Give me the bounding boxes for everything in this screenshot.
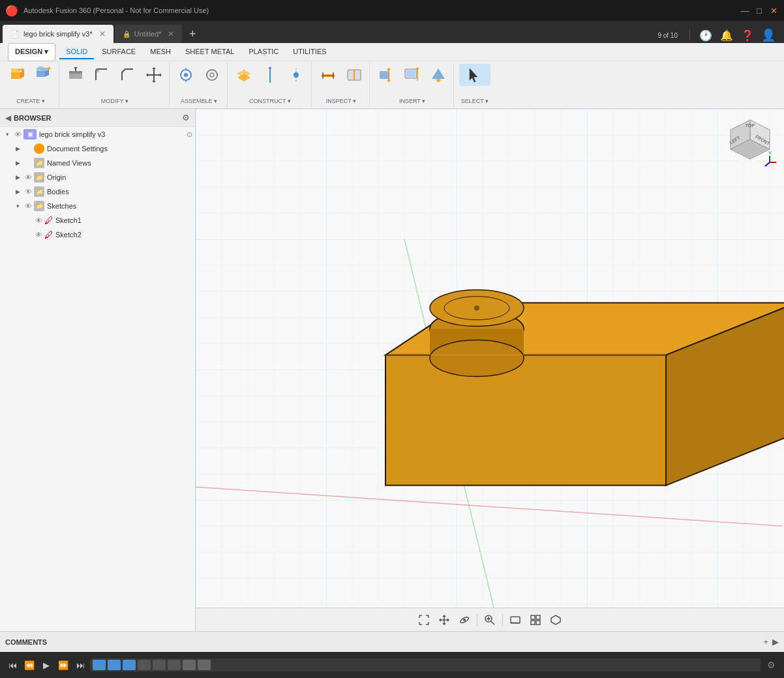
tab-solid[interactable]: SOLID [59,45,94,59]
tab-close-lego[interactable]: ✕ [99,29,106,38]
eye-sketch2[interactable]: 👁 [33,231,44,239]
select-button[interactable] [459,64,490,86]
eye-root[interactable]: 👁 [12,130,23,138]
fillet-button[interactable] [89,64,114,86]
chamfer-button[interactable] [115,64,140,86]
tl-end-button[interactable]: ⏭ [73,658,87,672]
svg-point-80 [463,619,466,621]
create-component-button[interactable] [31,64,56,86]
sketch2-icon: 🖊 [44,229,53,240]
tab-mesh[interactable]: MESH [143,45,177,59]
timeline-settings-button[interactable]: ⚙ [763,657,779,673]
design-button[interactable]: DESIGN ▾ [8,43,55,61]
tree-item-named-views[interactable]: ▶ 📁 Named Views [0,156,195,170]
axis-button[interactable] [258,64,282,86]
new-tab-button[interactable]: + [183,25,202,43]
joint2-button[interactable] [200,64,224,86]
tab-plastic[interactable]: PLASTIC [242,45,285,59]
insert-canvas-button[interactable] [400,64,425,86]
move-icon [145,66,163,84]
lego-brick [353,237,784,532]
view-cube-button[interactable] [547,611,565,629]
svg-rect-47 [406,70,415,77]
tab-untitled[interactable]: 🔒 Untitled* ✕ [115,25,183,43]
tab-utilities[interactable]: UTILITIES [286,45,333,59]
tab-surface[interactable]: SURFACE [95,45,142,59]
tab-sheet-metal[interactable]: SHEET METAL [179,45,241,59]
browser-settings-icon[interactable]: ⚙ [182,113,190,123]
joint-button[interactable] [173,64,198,86]
bell-icon[interactable]: 🔔 [719,27,734,43]
tl-forward-button[interactable]: ⏩ [56,658,70,672]
tl-play-button[interactable]: ▶ [39,658,53,672]
svg-rect-89 [531,621,535,625]
section-button[interactable] [342,64,367,86]
timeline-track[interactable] [90,658,761,671]
eye-sketch1[interactable]: 👁 [33,216,44,224]
tree-item-sketches[interactable]: ▾ 👁 📁 Sketches [0,199,195,213]
svg-rect-88 [536,615,540,619]
point-button[interactable] [284,64,309,86]
tl-marker-4[interactable] [138,660,151,670]
tree-item-root[interactable]: ▾ 👁 ▣ lego brick simplify v3 ⊙ [0,127,195,141]
offset-plane-button[interactable] [232,64,256,86]
insert-mesh-icon [377,66,395,84]
create-extrude-button[interactable] [5,64,30,86]
eye-sketches[interactable]: 👁 [22,202,34,210]
orbit-button[interactable] [455,611,474,629]
svg-text:Y: Y [768,150,772,156]
user-icon[interactable]: 👤 [761,27,776,43]
tl-marker-5[interactable] [153,660,166,670]
measure-button[interactable] [316,64,340,86]
tree-gear-root[interactable]: ⊙ [187,130,192,139]
svg-marker-10 [48,66,51,70]
display-settings-button[interactable] [506,611,524,629]
tree-item-sketch2[interactable]: 👁 🖊 Sketch2 [0,228,195,242]
close-button[interactable]: ✕ [768,5,779,16]
insert-decal-button[interactable] [426,64,451,86]
press-pull-button[interactable] [63,64,88,86]
tree-arrow-origin: ▶ [13,174,22,181]
eye-bodies[interactable]: 👁 [22,188,34,196]
grid-settings-button[interactable] [526,611,545,629]
tl-marker-1[interactable] [93,660,106,670]
move-button[interactable] [142,64,166,86]
tl-marker-6[interactable] [168,660,181,670]
tab-close-untitled[interactable]: ✕ [168,29,174,38]
tree-item-sketch1[interactable]: 👁 🖊 Sketch1 [0,213,195,228]
insert-group-label: INSERT ▾ [399,98,425,106]
svg-marker-44 [387,68,391,70]
svg-point-65 [474,305,479,310]
ribbon-group-assemble: ASSEMBLE ▾ [171,63,228,107]
clock-icon[interactable]: 🕐 [698,27,714,43]
minimize-button[interactable]: — [740,5,750,16]
help-icon[interactable]: ❓ [740,27,755,43]
maximize-button[interactable]: □ [754,5,764,16]
browser-header: ◀ BROWSER ⚙ [0,109,195,127]
tl-marker-2[interactable] [108,660,121,670]
viewport[interactable]: TOP LEFT FRONT X Y [196,109,784,631]
tl-back-start-button[interactable]: ⏮ [5,658,20,672]
viewport-bottom-toolbar [196,608,784,631]
tree-item-doc-settings[interactable]: ▶ Document Settings [0,141,195,156]
tree-label-sketch1: Sketch1 [55,216,82,224]
modify-group-label: MODIFY ▾ [101,98,128,106]
zoom-button[interactable] [481,611,499,629]
pan-button[interactable] [435,611,453,629]
tree-item-bodies[interactable]: ▶ 👁 📁 Bodies [0,184,195,199]
view-cube[interactable]: TOP LEFT FRONT X Y [724,117,776,169]
comments-collapse-icon[interactable]: ▶ [772,637,779,647]
svg-marker-49 [415,67,419,69]
collapse-icon[interactable]: ◀ [5,113,11,123]
tl-marker-3[interactable] [123,660,136,670]
tab-lego[interactable]: 📄 lego brick simplify v3* ✕ [3,25,113,43]
tl-marker-7[interactable] [183,660,196,670]
comments-add-icon[interactable]: + [763,637,768,647]
tl-marker-8[interactable] [198,660,211,670]
insert-mesh-button[interactable] [374,64,399,86]
tl-back-button[interactable]: ⏪ [22,658,37,672]
comments-bar: COMMENTS + ▶ [0,631,784,652]
tree-item-origin[interactable]: ▶ 👁 📁 Origin [0,170,195,184]
eye-origin[interactable]: 👁 [22,173,34,181]
fit-to-screen-button[interactable] [415,611,433,629]
